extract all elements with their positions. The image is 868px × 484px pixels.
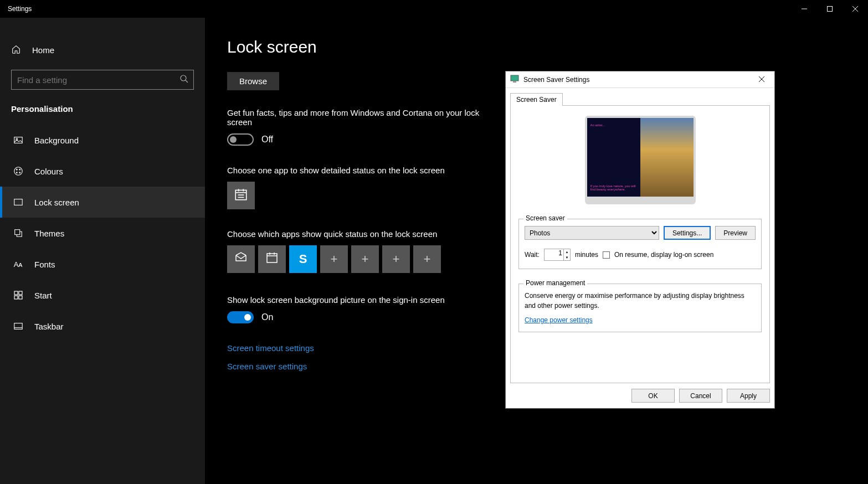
detailed-status-app[interactable] — [227, 182, 255, 209]
sidebar-item-label: Themes — [34, 229, 64, 238]
window-title: Settings — [8, 5, 32, 13]
wait-label: Wait: — [525, 251, 540, 259]
sidebar-item-fonts[interactable]: Aᴀ Fonts — [0, 249, 205, 280]
plus-icon: + — [362, 252, 369, 266]
quick-app-calendar[interactable] — [258, 245, 286, 273]
plus-icon: + — [393, 252, 400, 266]
resume-checkbox[interactable] — [603, 251, 610, 259]
skype-icon: S — [299, 252, 307, 266]
tab-screen-saver[interactable]: Screen Saver — [510, 93, 563, 106]
svg-point-4 — [181, 75, 186, 81]
svg-rect-14 — [15, 230, 20, 235]
svg-point-12 — [19, 172, 20, 173]
signin-bg-toggle[interactable] — [227, 311, 254, 323]
quick-app-mail[interactable] — [227, 245, 255, 273]
close-button[interactable] — [843, 0, 868, 18]
sidebar: Home Personalisation Background Colours … — [0, 18, 205, 484]
funfacts-state: Off — [261, 135, 273, 145]
sidebar-item-start[interactable]: Start — [0, 280, 205, 311]
screensaver-preview: An artist...If you truly love nature, yo… — [585, 116, 696, 204]
svg-point-10 — [19, 169, 20, 170]
plus-icon: + — [424, 252, 431, 266]
palette-icon — [13, 166, 23, 176]
power-text: Conserve energy or maximise performance … — [525, 291, 756, 311]
lock-screen-icon — [13, 197, 23, 207]
group-label: Power management — [523, 279, 587, 287]
svg-rect-6 — [14, 137, 22, 143]
category-header: Personalisation — [0, 104, 205, 125]
search-input[interactable] — [11, 70, 194, 90]
fonts-icon: Aᴀ — [13, 260, 23, 269]
svg-point-7 — [16, 138, 18, 140]
wait-spinner[interactable]: 1 ▲▼ — [544, 249, 571, 261]
svg-rect-32 — [513, 81, 516, 83]
sidebar-item-label: Background — [34, 136, 79, 145]
sidebar-item-background[interactable]: Background — [0, 125, 205, 156]
titlebar: Settings — [0, 0, 868, 18]
sidebar-item-label: Taskbar — [34, 322, 64, 331]
sidebar-item-label: Fonts — [34, 260, 55, 269]
ok-button[interactable]: OK — [631, 389, 675, 403]
wait-value: 1 — [558, 249, 562, 257]
dialog-title: Screen Saver Settings — [523, 76, 589, 84]
maximize-button[interactable] — [817, 0, 843, 18]
svg-rect-19 — [14, 323, 22, 329]
detailed-status-label: Choose one app to show detailed status o… — [227, 166, 504, 175]
screensaver-settings-button[interactable]: Settings... — [664, 226, 711, 240]
svg-rect-13 — [14, 199, 22, 205]
svg-rect-1 — [828, 7, 833, 12]
page-heading: Lock screen — [227, 38, 846, 56]
sidebar-item-label: Colours — [34, 167, 63, 176]
svg-rect-18 — [19, 296, 22, 299]
screen-saver-dialog: Screen Saver Settings Screen Saver An ar… — [505, 71, 775, 409]
change-power-link[interactable]: Change power settings — [525, 316, 593, 324]
sidebar-item-lock-screen[interactable]: Lock screen — [0, 187, 205, 218]
spinner-up[interactable]: ▲ — [563, 249, 570, 255]
taskbar-icon — [13, 321, 23, 331]
cancel-button[interactable]: Cancel — [679, 389, 722, 403]
sidebar-item-colours[interactable]: Colours — [0, 156, 205, 187]
quick-app-skype[interactable]: S — [289, 245, 317, 273]
home-label: Home — [32, 45, 54, 55]
minutes-label: minutes — [575, 251, 598, 259]
quick-app-add-2[interactable]: + — [351, 245, 379, 273]
apply-button[interactable]: Apply — [727, 389, 770, 403]
home-nav[interactable]: Home — [0, 38, 205, 62]
quick-app-add-1[interactable]: + — [320, 245, 348, 273]
sidebar-item-taskbar[interactable]: Taskbar — [0, 311, 205, 342]
power-group: Power management Conserve energy or maxi… — [518, 284, 762, 332]
monitor-icon — [510, 74, 519, 85]
spinner-down[interactable]: ▼ — [563, 255, 570, 260]
plus-icon: + — [331, 252, 338, 266]
svg-rect-27 — [267, 254, 277, 262]
quick-app-add-3[interactable]: + — [382, 245, 410, 273]
svg-rect-31 — [511, 75, 518, 81]
svg-point-9 — [16, 169, 17, 170]
funfacts-label: Get fun facts, tips and more from Window… — [227, 108, 504, 127]
sidebar-item-themes[interactable]: Themes — [0, 218, 205, 249]
dialog-close-button[interactable] — [753, 76, 770, 84]
minimize-button[interactable] — [792, 0, 817, 18]
svg-rect-17 — [14, 296, 18, 299]
screensaver-preview-button[interactable]: Preview — [715, 226, 756, 240]
svg-line-5 — [186, 80, 188, 83]
signin-bg-label: Show lock screen background picture on t… — [227, 295, 504, 305]
svg-rect-16 — [19, 291, 22, 295]
calendar-icon — [265, 251, 279, 267]
browse-button[interactable]: Browse — [227, 72, 279, 90]
resume-label: On resume, display log-on screen — [614, 251, 713, 259]
screensaver-dropdown[interactable]: Photos — [525, 226, 659, 240]
search-icon — [179, 74, 188, 85]
svg-point-8 — [14, 167, 22, 175]
svg-rect-15 — [14, 291, 18, 295]
group-label: Screen saver — [523, 214, 567, 222]
quick-app-add-4[interactable]: + — [413, 245, 441, 273]
funfacts-toggle[interactable] — [227, 133, 254, 146]
search-wrap — [11, 70, 194, 90]
themes-icon — [13, 228, 23, 238]
sidebar-item-label: Start — [34, 291, 52, 300]
sidebar-item-label: Lock screen — [34, 198, 79, 207]
picture-icon — [13, 135, 23, 145]
mail-icon — [234, 251, 248, 267]
screensaver-group: Screen saver Photos Settings... Preview … — [518, 219, 762, 269]
